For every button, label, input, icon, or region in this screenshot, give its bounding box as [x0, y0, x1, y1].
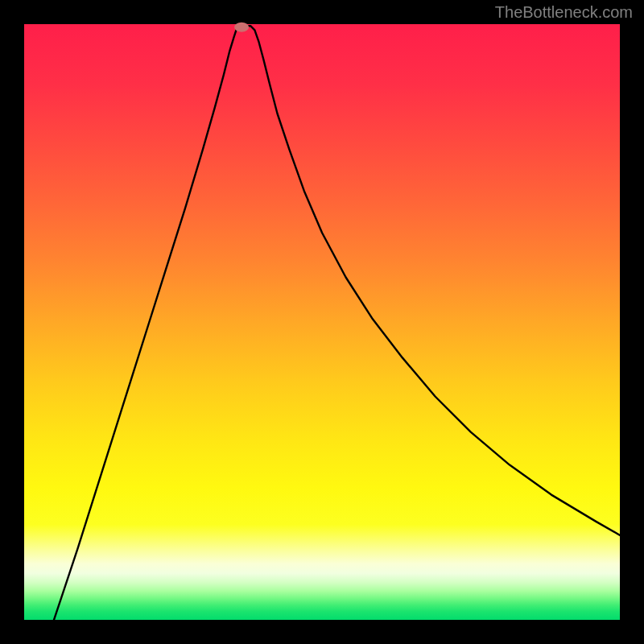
- watermark-text: TheBottleneck.com: [495, 3, 633, 22]
- chart-frame: TheBottleneck.com: [0, 0, 644, 644]
- bottleneck-chart: [0, 0, 644, 644]
- optimal-point-marker: [234, 23, 249, 32]
- gradient-background: [24, 24, 620, 620]
